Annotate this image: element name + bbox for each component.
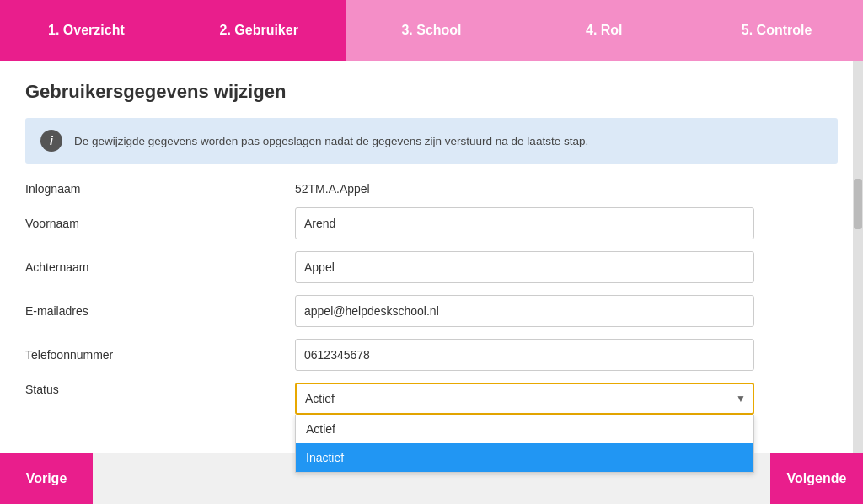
- main-content: Gebruikersgegevens wijzigen i De gewijzi…: [0, 61, 863, 504]
- achternaam-input[interactable]: [295, 251, 754, 283]
- status-select-wrapper: Actief Inactief ▼ Actief Inactief: [295, 383, 754, 415]
- scrollbar[interactable]: [853, 61, 863, 453]
- email-row: E-mailadres: [25, 295, 838, 327]
- tab-gebruiker[interactable]: 2. Gebruiker: [173, 0, 346, 61]
- voornaam-input[interactable]: [295, 207, 754, 239]
- tab-rol[interactable]: 4. Rol: [517, 0, 690, 61]
- info-banner: i De gewijzigde gegevens worden pas opge…: [25, 118, 838, 164]
- voornaam-label: Voornaam: [25, 217, 295, 230]
- info-icon: i: [40, 130, 62, 152]
- info-text: De gewijzigde gegevens worden pas opgesl…: [74, 135, 588, 147]
- vorige-button[interactable]: Vorige: [0, 453, 93, 504]
- status-select[interactable]: Actief Inactief: [295, 383, 754, 415]
- status-label: Status: [25, 383, 295, 396]
- dropdown-item-inactief[interactable]: Inactief: [296, 443, 753, 472]
- tab-controle[interactable]: 5. Controle: [690, 0, 863, 61]
- scrollbar-thumb[interactable]: [854, 179, 862, 229]
- inlognaam-label: Inlognaam: [25, 182, 295, 196]
- wizard-tabs: 1. Overzicht 2. Gebruiker 3. School 4. R…: [0, 0, 863, 61]
- page-title: Gebruikersgegevens wijzigen: [25, 81, 838, 103]
- achternaam-row: Achternaam: [25, 251, 838, 283]
- status-row: Status Actief Inactief ▼ Actief Inactief: [25, 383, 838, 415]
- telefoonnummer-row: Telefoonnummer: [25, 339, 838, 371]
- telefoonnummer-input[interactable]: [295, 339, 754, 371]
- telefoonnummer-label: Telefoonnummer: [25, 348, 295, 362]
- volgende-button[interactable]: Volgende: [770, 453, 863, 504]
- tab-overzicht[interactable]: 1. Overzicht: [0, 0, 173, 61]
- inlognaam-value: 52TM.A.Appel: [295, 182, 370, 196]
- status-dropdown-list: Actief Inactief: [295, 415, 754, 473]
- achternaam-label: Achternaam: [25, 260, 295, 274]
- email-input[interactable]: [295, 295, 754, 327]
- voornaam-row: Voornaam: [25, 207, 838, 239]
- inlognaam-row: Inlognaam 52TM.A.Appel: [25, 182, 838, 196]
- dropdown-item-actief[interactable]: Actief: [296, 415, 753, 443]
- email-label: E-mailadres: [25, 304, 295, 318]
- tab-school[interactable]: 3. School: [346, 0, 518, 61]
